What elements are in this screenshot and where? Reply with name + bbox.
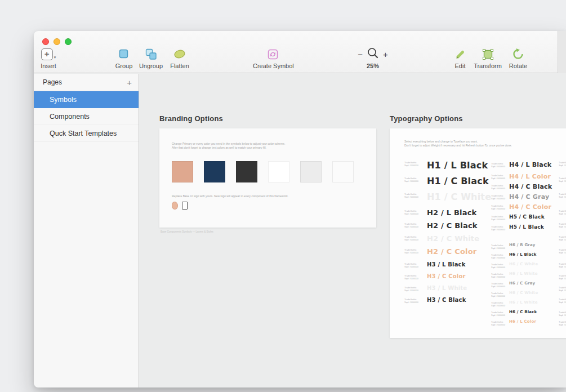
sidebar-pages-list: SymbolsComponentsQuck Start Templates bbox=[34, 91, 139, 142]
artboard-title-typography[interactable]: Typography Options bbox=[390, 114, 463, 123]
swatch-row bbox=[172, 161, 354, 182]
type-style-meta: TradeGothicSqd: #000000 bbox=[559, 210, 566, 215]
branding-logo-line: Replace Base UI logo with yours. New log… bbox=[172, 194, 288, 198]
type-style-meta: TradeGothicSqd: #000000 bbox=[559, 248, 566, 254]
magnifier-icon[interactable] bbox=[367, 47, 379, 61]
toolbar: + ▾ Insert Group Ungroup bbox=[34, 31, 566, 73]
transform-button[interactable]: Transform bbox=[472, 47, 503, 69]
sidebar-item-symbols[interactable]: Symbols bbox=[34, 91, 139, 108]
zoom-level: 25% bbox=[353, 63, 393, 69]
swatch-navy[interactable] bbox=[204, 161, 225, 182]
logo-mark-icon[interactable] bbox=[172, 202, 178, 210]
sidebar-item-components[interactable]: Components bbox=[34, 108, 139, 125]
flatten-icon bbox=[164, 47, 195, 61]
type-style-meta: TradeGothicSqd: #000000 bbox=[559, 320, 566, 326]
rotate-button[interactable]: Rotate bbox=[502, 47, 534, 69]
inspector-edge bbox=[558, 31, 566, 73]
swatch-primary-peach[interactable] bbox=[172, 161, 193, 182]
typography-artboard[interactable]: Select everything below and change to Ty… bbox=[390, 128, 566, 338]
type-style-meta: TradeGothicSqd: #000000 bbox=[559, 222, 566, 228]
zoom-out-button[interactable]: − bbox=[358, 50, 363, 59]
pages-sidebar: Pages + SymbolsComponentsQuck Start Temp… bbox=[34, 74, 139, 387]
swatch-light-gray[interactable] bbox=[300, 161, 322, 182]
type-style-meta: TradeGothicSqd: #000000 bbox=[559, 161, 566, 167]
sketch-window: + ▾ Insert Group Ungroup bbox=[34, 31, 566, 387]
type-style-meta: TradeGothicSqd: #000000 bbox=[559, 286, 566, 292]
type-style-meta: TradeGothicSqd: #000000 bbox=[559, 311, 566, 317]
type-style-meta: TradeGothicSqd: #000000 bbox=[559, 177, 566, 182]
transform-icon bbox=[472, 47, 503, 61]
create-symbol-icon bbox=[253, 47, 292, 61]
edit-button[interactable]: Edit bbox=[444, 47, 476, 69]
minimize-button[interactable] bbox=[54, 38, 60, 45]
type-style-meta: TradeGothicSqd: #000000 bbox=[559, 274, 566, 280]
branding-intro-line2: After that don't forget to change text c… bbox=[172, 146, 266, 150]
insert-label: Insert bbox=[34, 63, 63, 69]
plus-icon: + bbox=[41, 48, 53, 60]
type-col-edge: TradeGothicSqd: #000000TradeGothicSqd: #… bbox=[390, 128, 566, 338]
ungroup-icon bbox=[135, 47, 167, 61]
branding-artboard[interactable]: Change Primary or every color you need i… bbox=[159, 128, 376, 228]
window-controls bbox=[42, 38, 72, 45]
ungroup-button[interactable]: Ungroup bbox=[135, 47, 167, 69]
transform-label: Transform bbox=[472, 63, 503, 69]
create-symbol-button[interactable]: Create Symbol bbox=[253, 47, 292, 69]
zoom-in-button[interactable]: + bbox=[383, 50, 388, 59]
fullscreen-button[interactable] bbox=[65, 38, 72, 45]
rotate-icon bbox=[502, 47, 534, 61]
pencil-icon bbox=[444, 47, 476, 61]
type-style-meta: TradeGothicSqd: #000000 bbox=[559, 298, 566, 304]
rotate-label: Rotate bbox=[502, 63, 534, 69]
type-style-meta: TradeGothicSqd: #000000 bbox=[559, 193, 566, 198]
insert-button[interactable]: + ▾ Insert bbox=[34, 47, 63, 69]
add-page-button[interactable]: + bbox=[127, 74, 132, 91]
swatch-white[interactable] bbox=[268, 161, 289, 182]
flatten-button[interactable]: Flatten bbox=[164, 47, 195, 69]
edit-label: Edit bbox=[444, 63, 476, 69]
zoom-controls: − + 25% bbox=[353, 47, 393, 69]
desktop-background: + ▾ Insert Group Ungroup bbox=[0, 0, 566, 392]
create-symbol-label: Create Symbol bbox=[253, 63, 292, 69]
swatch-dark[interactable] bbox=[236, 161, 257, 182]
artboard-title-branding[interactable]: Branding Options bbox=[159, 114, 223, 123]
pages-title: Pages bbox=[43, 78, 62, 86]
chevron-down-icon: ▾ bbox=[54, 55, 56, 60]
sidebar-item-quck-start-templates[interactable]: Quck Start Templates bbox=[34, 125, 139, 142]
flatten-label: Flatten bbox=[164, 63, 195, 69]
type-style-meta: TradeGothicSqd: #000000 bbox=[559, 262, 566, 268]
ungroup-label: Ungroup bbox=[135, 63, 167, 69]
pages-header: Pages + bbox=[34, 74, 139, 91]
branding-intro-line1: Change Primary or every color you need i… bbox=[172, 142, 285, 146]
canvas[interactable]: Branding Options Change Primary or every… bbox=[140, 74, 566, 387]
close-button[interactable] bbox=[42, 38, 49, 45]
logo-frame-icon[interactable] bbox=[182, 202, 188, 210]
type-style-meta: TradeGothicSqd: #000000 bbox=[559, 235, 566, 241]
branding-footnote: Base Components Symbols — Layers & Style… bbox=[161, 230, 213, 233]
swatch-off-white[interactable] bbox=[332, 161, 354, 182]
